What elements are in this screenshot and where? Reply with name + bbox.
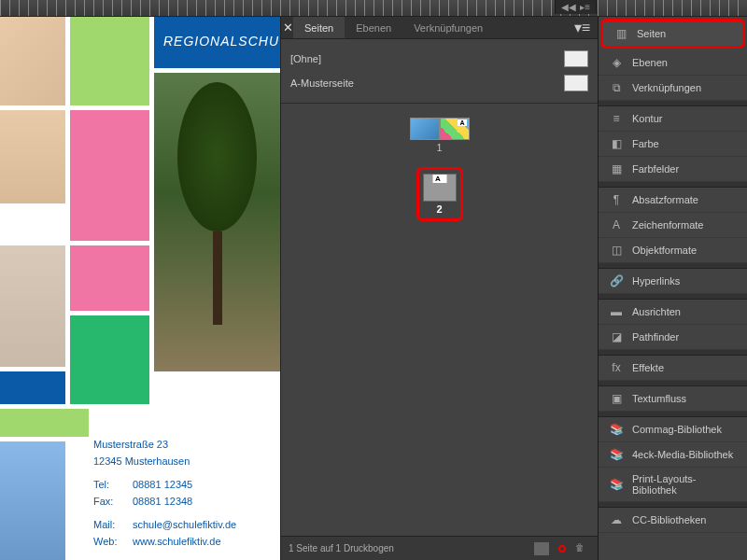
side-panel-verkn[interactable]: ⧉Verknüpfungen [599,76,747,101]
side-panel-seiten[interactable]: ▥Seiten [600,19,745,49]
contact-block: Musterstraße 23 12345 Musterhausen Tel:0… [93,437,236,551]
side-panel-absatz[interactable]: ¶Absatzformate [599,188,747,213]
tab-ebenen[interactable]: Ebenen [345,17,402,38]
color-tile-lime [0,409,89,437]
side-panel-kontur[interactable]: ≡Kontur [599,106,747,132]
side-panel-ebenen[interactable]: ◈Ebenen [599,50,747,76]
textwrap-icon: ▣ [608,392,625,405]
contact-city: 12345 Musterhausen [93,454,236,470]
fax-label: Fax: [93,494,121,511]
document-canvas[interactable]: REGIONALSCHU Musterstraße 23 12345 Muste… [0,17,280,560]
pathfinder-icon: ◪ [608,330,625,343]
mail-value: schule@schulefiktiv.de [133,517,236,534]
pages-area[interactable]: A 1 A 2 [281,104,598,536]
color-tile-green [70,17,149,105]
library-icon: 📚 [608,478,625,491]
layers-icon: ◈ [608,56,625,69]
color-icon: ◧ [608,137,625,150]
panel-menu-button[interactable]: ▾≡ [567,19,598,36]
master-thumb [564,50,588,67]
side-panel-pathfinder[interactable]: ◪Pathfinder [599,325,747,350]
master-label: A-Musterseite [290,77,354,89]
char-styles-icon: A [608,218,625,231]
mail-label: Mail: [93,517,121,534]
pages-panel-footer: 1 Seite auf 1 Druckbogen 🗑 [281,536,598,560]
panel-link-icon[interactable]: ✕ [283,21,293,35]
side-panel-label: 4eck-Media-Bibliothek [632,449,733,460]
side-panel-zeichen[interactable]: AZeichenformate [599,213,747,238]
effects-icon: fx [608,361,625,374]
side-panel-label: Zeichenformate [632,219,703,231]
page-thumb-2[interactable]: A [423,174,457,202]
side-panel-textumfluss[interactable]: ▣Textumfluss [599,386,747,412]
side-panel-label: Kontur [632,113,662,124]
master-label: [Ohne] [290,53,321,64]
links-icon: ⧉ [608,81,625,94]
page-number: 2 [423,203,457,215]
side-panel-label: Seiten [637,28,666,39]
pages-icon: ▥ [613,27,629,40]
delete-page-icon[interactable]: 🗑 [575,542,590,555]
fax-value: 08881 12348 [133,494,192,511]
image-tile [0,441,65,560]
side-panel-label: Hyperlinks [632,275,680,287]
align-icon: ▬ [608,305,625,318]
panel-collapse-toggle[interactable]: ◀◀▸≡ [555,0,597,14]
master-badge: A [432,175,446,183]
library-icon: 📚 [608,423,625,436]
color-tile-green [70,315,149,404]
side-panel-lib2[interactable]: 📚4eck-Media-Bibliothek [599,442,747,468]
side-panel-ausrichten[interactable]: ▬Ausrichten [599,300,747,325]
tel-label: Tel: [93,477,121,494]
side-panel-label: Farbfelder [632,163,679,175]
new-page-highlight [558,545,566,553]
ruler-horizontal[interactable] [0,0,747,17]
side-panel-label: Ebenen [632,57,668,68]
headline-text: REGIONALSCHU [163,34,279,49]
side-panel-lib3[interactable]: 📚Print-Layouts-Bibliothek [599,468,747,502]
color-tile-pink [70,110,149,241]
cc-library-icon: ☁ [608,513,625,526]
side-panel-objekt[interactable]: ◫Objektformate [599,238,747,263]
pages-panel: ✕ Seiten Ebenen Verknüpfungen ▾≡ [Ohne] … [280,17,598,560]
paragraph-styles-icon: ¶ [608,193,625,206]
master-pages-section: [Ohne] A-Musterseite [281,39,598,104]
side-panel-dock: ▥Seiten◈Ebenen⧉Verknüpfungen≡Kontur◧Farb… [598,17,747,560]
master-thumb [564,75,588,91]
object-styles-icon: ◫ [608,244,625,257]
side-panel-label: Effekte [632,362,664,373]
side-panel-label: Print-Layouts-Bibliothek [632,473,738,496]
image-tile [0,110,65,203]
page-thumb-1-right[interactable]: A [440,118,470,140]
headline-tile: REGIONALSCHU [154,17,280,68]
page-thumb-1-left[interactable] [410,118,440,140]
side-panel-label: Textumfluss [632,393,686,404]
side-panel-label: Pathfinder [632,331,679,343]
swatches-icon: ▦ [608,162,625,175]
side-panel-farbe[interactable]: ◧Farbe [599,132,747,157]
web-value: www.schulefiktiv.de [133,534,221,551]
side-panel-hyperlinks[interactable]: 🔗Hyperlinks [599,269,747,294]
footer-status: 1 Seite auf 1 Druckbogen [289,543,394,553]
side-panel-farbfelder[interactable]: ▦Farbfelder [599,157,747,182]
tree-graphic [177,82,257,325]
color-tile-pink [70,245,149,311]
side-panel-label: Objektformate [632,245,697,256]
contact-street: Musterstraße 23 [93,437,236,454]
tab-seiten[interactable]: Seiten [293,17,345,38]
master-badge: A [458,119,466,126]
panel-tabs: ✕ Seiten Ebenen Verknüpfungen ▾≡ [281,17,598,39]
master-none[interactable]: [Ohne] [290,47,588,71]
side-panel-label: Verknüpfungen [632,82,701,93]
side-panel-lib1[interactable]: 📚Commag-Bibliothek [599,417,747,442]
side-panel-cclib[interactable]: ☁CC-Bibliotheken [599,508,747,533]
tel-value: 08881 12345 [133,477,192,494]
image-tile [0,17,65,105]
side-panel-effekte[interactable]: fxEffekte [599,356,747,381]
web-label: Web: [93,534,121,551]
color-tile-blue [0,371,65,404]
tab-verknuepfungen[interactable]: Verknüpfungen [402,17,494,38]
side-panel-label: Ausrichten [632,306,681,317]
master-a[interactable]: A-Musterseite [290,71,588,95]
edit-page-size-icon[interactable] [534,542,549,555]
